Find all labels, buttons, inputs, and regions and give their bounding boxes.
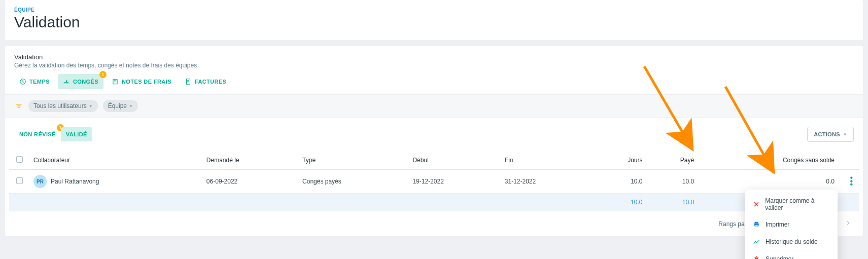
total-jours: 10.0 (593, 194, 646, 211)
chart-line-icon (752, 238, 760, 246)
tab-notes-de-frais[interactable]: NOTES DE FRAIS (107, 74, 177, 89)
filter-users[interactable]: Tous les utilisateurs ▼ (28, 100, 98, 112)
cell-paye: 10.0 (647, 170, 699, 194)
menu-item-mark-to-validate[interactable]: Marquer comme à valider (745, 193, 838, 216)
filter-icon[interactable] (14, 101, 23, 110)
table-row[interactable]: PR Paul Rattanavong 06-09-2022 Congés pa… (9, 170, 859, 194)
col-sanssolde: Congés sans solde (698, 151, 839, 170)
close-icon (752, 200, 760, 208)
row-checkbox[interactable] (16, 177, 23, 184)
cell-jours: 10.0 (593, 170, 646, 194)
filter-team-label: Équipe (108, 102, 127, 109)
tab-conges-label: CONGÉS (73, 79, 98, 85)
page-title: Validation (14, 14, 854, 31)
receipt-icon (112, 78, 119, 85)
cell-debut: 19-12-2022 (408, 170, 500, 194)
filter-team[interactable]: Équipe ▼ (103, 100, 138, 112)
pagination: Rangs par page 25 ▼ 1 of 1 (5, 211, 863, 236)
chevron-down-icon: ▼ (843, 132, 847, 137)
tab-temps-label: TEMPS (29, 79, 50, 85)
card-title: Validation (14, 53, 854, 61)
menu-item-delete[interactable]: Supprimer (745, 250, 838, 259)
status-tab-non-revise-label: NON RÉVISÉ (19, 131, 56, 137)
totals-row: 10.0 10.0 0.0 (9, 194, 859, 211)
page-header: ÉQUIPE Validation (5, 0, 863, 40)
svg-rect-14 (755, 225, 758, 227)
category-tabs: TEMPS CONGÉS 1 NOTES DE FRAIS FACTURES (5, 74, 863, 94)
cell-fin: 31-12-2022 (501, 170, 593, 194)
tab-temps[interactable]: TEMPS (14, 74, 55, 89)
row-context-menu: Marquer comme à valider Imprimer Histori… (745, 190, 838, 259)
menu-item-print-label: Imprimer (766, 221, 789, 228)
col-debut: Début (408, 151, 500, 170)
filter-users-label: Tous les utilisateurs (33, 102, 87, 109)
cell-type: Congés payés (298, 170, 408, 194)
total-paye: 10.0 (647, 194, 699, 211)
actions-button[interactable]: ACTIONS ▼ (807, 127, 854, 142)
plane-icon (63, 78, 70, 85)
col-paye: Payé (647, 151, 699, 170)
filter-bar: Tous les utilisateurs ▼ Équipe ▼ (5, 94, 863, 118)
col-collaborateur: Collaborateur (29, 151, 202, 170)
validation-card: Validation Gérez la validation des temps… (5, 46, 863, 236)
card-header: Validation Gérez la validation des temps… (5, 46, 863, 74)
menu-item-print[interactable]: Imprimer (745, 216, 838, 233)
select-all-checkbox[interactable] (16, 156, 23, 163)
tab-factures-label: FACTURES (195, 79, 226, 85)
card-subtitle: Gérez la validation des temps, congés et… (14, 62, 854, 69)
cell-demande: 06-09-2022 (202, 170, 298, 194)
print-icon (752, 220, 760, 229)
clock-icon (19, 78, 26, 85)
row-menu-button[interactable]: ••• (843, 176, 855, 186)
svg-rect-17 (756, 256, 757, 257)
status-tab-non-revise[interactable]: NON RÉVISÉ 1 (14, 127, 61, 141)
col-fin: Fin (501, 151, 593, 170)
invoice-icon (185, 78, 192, 85)
validation-table: Collaborateur Demandé le Type Début Fin … (9, 151, 859, 211)
conges-badge: 1 (99, 71, 107, 78)
collaborator-cell: PR Paul Rattanavong (33, 175, 198, 188)
next-page-button[interactable] (843, 217, 854, 230)
status-tabs-row: NON RÉVISÉ 1 VALIDÉ ACTIONS ▼ (5, 118, 863, 151)
tab-notes-label: NOTES DE FRAIS (122, 79, 171, 85)
actions-button-label: ACTIONS (814, 131, 840, 137)
tab-conges[interactable]: CONGÉS 1 (58, 74, 103, 89)
col-jours: Jours (593, 151, 646, 170)
status-tab-valide-label: VALIDÉ (66, 131, 87, 137)
status-tab-valide[interactable]: VALIDÉ (61, 127, 92, 141)
menu-item-history[interactable]: Historique du solde (745, 233, 838, 250)
menu-item-history-label: Historique du solde (766, 238, 818, 245)
chevron-down-icon: ▼ (89, 104, 93, 108)
menu-item-delete-label: Supprimer (766, 255, 793, 259)
col-demande: Demandé le (202, 151, 298, 170)
svg-rect-12 (755, 222, 758, 224)
chevron-down-icon: ▼ (129, 104, 133, 108)
menu-item-mark-label: Marquer comme à valider (765, 197, 830, 211)
avatar: PR (33, 175, 47, 188)
breadcrumb[interactable]: ÉQUIPE (14, 7, 854, 13)
svg-rect-16 (754, 257, 758, 257)
collaborator-name: Paul Rattanavong (51, 178, 99, 185)
col-type: Type (298, 151, 408, 170)
tab-factures[interactable]: FACTURES (180, 74, 231, 89)
trash-icon (752, 255, 760, 259)
